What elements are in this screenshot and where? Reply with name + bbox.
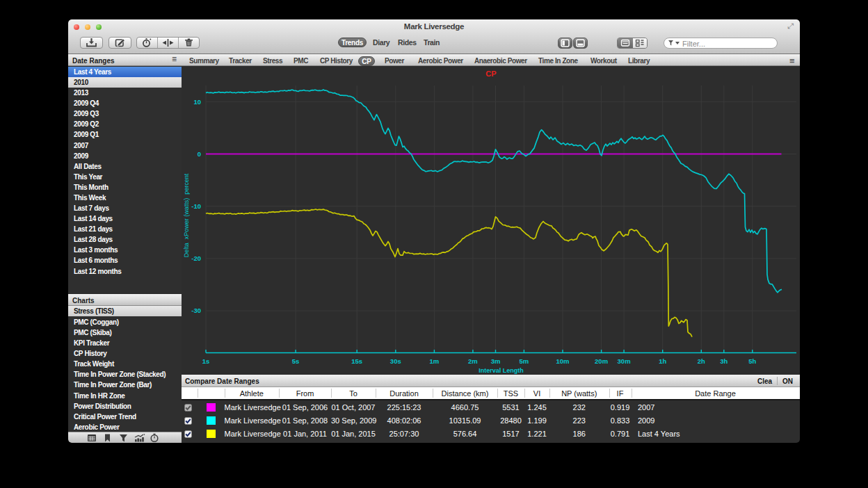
svg-text:5s: 5s	[292, 357, 300, 365]
svg-text:Interval Length: Interval Length	[479, 367, 524, 374]
svg-text:2m: 2m	[468, 357, 478, 365]
svg-text:5h: 5h	[748, 357, 756, 365]
svg-text:1s: 1s	[202, 357, 210, 365]
svg-text:20m: 20m	[595, 357, 608, 365]
svg-text:3h: 3h	[720, 357, 728, 365]
svg-text:0: 0	[198, 150, 201, 158]
svg-text:10: 10	[193, 98, 201, 106]
svg-text:1h: 1h	[659, 357, 666, 365]
svg-text:1m: 1m	[430, 357, 440, 365]
svg-text:2h: 2h	[698, 357, 705, 365]
svg-text:3m: 3m	[491, 357, 501, 365]
svg-text:15s: 15s	[351, 357, 362, 365]
svg-text:-10: -10	[191, 202, 201, 210]
svg-text:-20: -20	[191, 254, 201, 262]
svg-text:5m: 5m	[520, 357, 529, 365]
svg-text:10m: 10m	[556, 357, 569, 365]
svg-text:CP: CP	[485, 70, 496, 78]
svg-text:Delta xPower (watts) percent: Delta xPower (watts) percent	[183, 173, 190, 257]
svg-text:-30: -30	[191, 307, 201, 314]
svg-text:30m: 30m	[618, 357, 631, 365]
svg-text:30s: 30s	[390, 357, 401, 365]
